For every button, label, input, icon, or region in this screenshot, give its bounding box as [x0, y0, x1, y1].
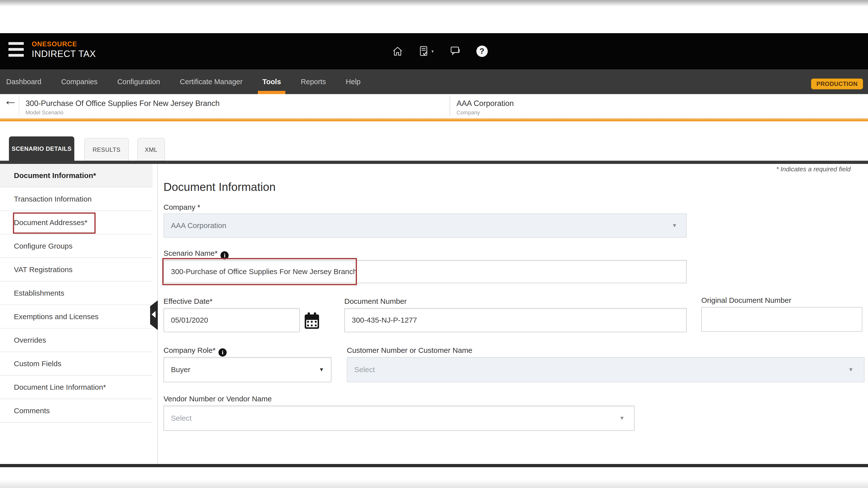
- bottom-frame-rule: [0, 464, 868, 467]
- sidebar-item-custom-fields[interactable]: Custom Fields: [0, 352, 153, 376]
- tab-scenario-details[interactable]: SCENARIO DETAILS: [9, 136, 74, 161]
- sidebar-item-vat-registrations[interactable]: VAT Registrations: [0, 258, 153, 282]
- scenario-header-bar: ← 300-Purchase Of Office Supplies For Ne…: [0, 94, 868, 118]
- company-select[interactable]: AAA Corporation ▼: [163, 214, 687, 238]
- chevron-down-icon: ▼: [319, 366, 324, 373]
- scenario-name-input[interactable]: [163, 260, 687, 283]
- chat-icon[interactable]: [449, 45, 461, 57]
- vendor-placeholder: Select: [171, 414, 191, 422]
- sidebar-item-document-line-information[interactable]: Document Line Information*: [0, 376, 153, 399]
- tab-results[interactable]: RESULTS: [84, 138, 129, 161]
- divider: [450, 97, 450, 116]
- tab-xml[interactable]: XML: [137, 138, 165, 161]
- company-name: AAA Corporation: [457, 99, 514, 108]
- help-icon[interactable]: ?: [476, 45, 488, 57]
- document-number-label: Document Number: [344, 297, 407, 305]
- tasks-icon[interactable]: ▾: [418, 45, 434, 57]
- company-role-label: Company Role*i: [163, 346, 227, 357]
- info-icon[interactable]: i: [220, 251, 229, 259]
- document-information-panel: * Indicates a required field Document In…: [158, 164, 868, 464]
- sidebar-item-configure-groups[interactable]: Configure Groups: [0, 234, 153, 258]
- nav-item-configuration[interactable]: Configuration: [117, 69, 160, 94]
- brand-logo: ONESOURCE INDIRECT TAX: [32, 41, 96, 59]
- sidebar-item-overrides[interactable]: Overrides: [0, 329, 153, 352]
- info-icon[interactable]: i: [218, 348, 227, 357]
- chevron-down-icon: ▼: [672, 222, 677, 229]
- divider: [19, 97, 19, 116]
- sidebar-item-transaction-information[interactable]: Transaction Information: [0, 188, 153, 211]
- effective-date-label: Effective Date*: [163, 297, 213, 305]
- effective-date-input[interactable]: [163, 308, 300, 332]
- customer-select[interactable]: Select ▼: [347, 357, 865, 382]
- original-document-number-label: Original Document Number: [701, 296, 791, 304]
- scenario-name-label: Scenario Name*i: [163, 249, 229, 259]
- back-button[interactable]: ←: [3, 92, 17, 108]
- vendor-select[interactable]: Select ▼: [163, 405, 634, 431]
- nav-item-companies[interactable]: Companies: [61, 69, 98, 94]
- company-select-value: AAA Corporation: [171, 221, 226, 230]
- sidebar-item-comments[interactable]: Comments: [0, 399, 153, 423]
- sidebar-item-establishments[interactable]: Establishments: [0, 282, 153, 305]
- collapse-left-icon: [152, 311, 156, 318]
- brand-onesource: ONESOURCE: [32, 41, 96, 48]
- customer-placeholder: Select: [354, 365, 375, 374]
- company-label: Company *: [163, 203, 200, 212]
- sidebar-item-exemptions-and-licenses[interactable]: Exemptions and Licenses: [0, 305, 153, 329]
- original-document-number-input[interactable]: [701, 307, 862, 332]
- tab-underline-rule: [0, 161, 868, 164]
- sidebar-item-document-information[interactable]: Document Information*: [0, 164, 153, 188]
- onesource-app-window: ONESOURCE INDIRECT TAX ▾: [0, 0, 868, 488]
- tasks-caret-icon: ▾: [432, 49, 434, 54]
- sidebar-item-document-addresses[interactable]: Document Addresses*: [0, 211, 153, 234]
- chevron-down-icon: ▼: [848, 366, 854, 373]
- document-number-input[interactable]: [344, 308, 687, 332]
- header-icon-group: ▾ ?: [392, 33, 488, 69]
- main-navigation: Dashboard Companies Configuration Certif…: [0, 69, 868, 94]
- scenario-title: 300-Purchase Of Office Supplies For New …: [26, 99, 219, 108]
- chevron-down-icon: ▼: [619, 415, 625, 421]
- app-header: ONESOURCE INDIRECT TAX ▾: [0, 33, 868, 69]
- top-frame-gradient: [0, 0, 868, 6]
- home-icon[interactable]: [392, 45, 403, 57]
- required-field-note: * Indicates a required field: [776, 165, 851, 173]
- calendar-icon[interactable]: [305, 313, 319, 329]
- accent-rule: [0, 118, 868, 121]
- vendor-label: Vendor Number or Vendor Name: [163, 395, 272, 403]
- nav-item-tools[interactable]: Tools: [262, 69, 281, 94]
- panel-heading: Document Information: [163, 180, 276, 194]
- environment-badge: PRODUCTION: [811, 78, 863, 89]
- company-caption: Company: [457, 109, 480, 116]
- nav-item-certificate-manager[interactable]: Certificate Manager: [180, 69, 243, 94]
- nav-item-reports[interactable]: Reports: [301, 69, 326, 94]
- nav-item-dashboard[interactable]: Dashboard: [6, 69, 41, 94]
- nav-item-help[interactable]: Help: [346, 69, 361, 94]
- customer-label: Customer Number or Customer Name: [347, 346, 472, 355]
- bottom-frame-gradient: [0, 480, 868, 488]
- company-role-select[interactable]: Buyer ▼: [163, 357, 332, 382]
- scenario-subtitle: Model Scenario: [26, 109, 63, 116]
- hamburger-menu-icon[interactable]: [8, 42, 24, 60]
- brand-indirect-tax: INDIRECT TAX: [32, 49, 96, 59]
- section-sidebar: Document Information* Transaction Inform…: [0, 164, 153, 464]
- company-role-value: Buyer: [171, 365, 190, 374]
